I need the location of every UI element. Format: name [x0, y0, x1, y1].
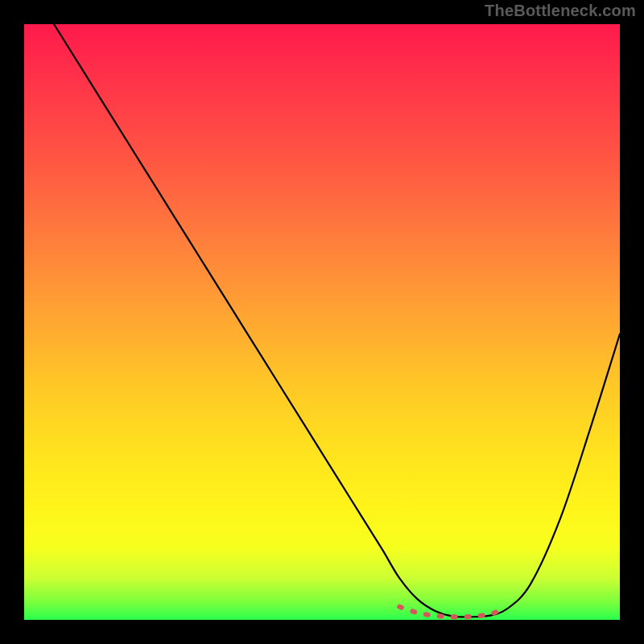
chart-frame: TheBottleneck.com: [0, 0, 644, 644]
watermark-text: TheBottleneck.com: [485, 2, 636, 20]
bottleneck-curve-path: [54, 24, 620, 617]
plot-area: [24, 24, 620, 620]
curve-layer: [24, 24, 620, 620]
